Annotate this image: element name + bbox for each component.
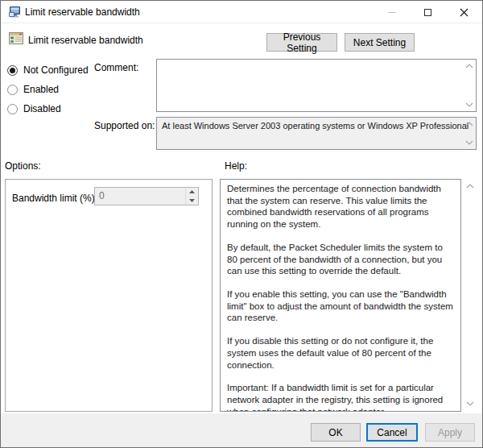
help-scroll-up-icon[interactable] xyxy=(465,183,475,189)
scroll-up-icon[interactable] xyxy=(464,121,474,127)
radio-icon xyxy=(7,104,18,114)
setting-name: Limit reservable bandwidth xyxy=(28,35,143,46)
title-bar[interactable]: Limit reservable bandwidth xyxy=(1,1,482,23)
help-paragraph: If you disable this setting or do not co… xyxy=(227,335,454,371)
next-setting-button[interactable]: Next Setting xyxy=(345,33,415,52)
radio-icon xyxy=(7,85,18,95)
radio-disabled[interactable]: Disabled xyxy=(7,102,61,115)
close-icon xyxy=(460,8,469,17)
bandwidth-limit-value[interactable]: 0 xyxy=(95,188,185,205)
app-icon xyxy=(8,6,21,19)
spinner-down-button[interactable] xyxy=(186,197,198,205)
policy-setting-icon xyxy=(9,32,23,44)
comment-label: Comment: xyxy=(94,62,138,73)
minimize-icon xyxy=(388,12,396,13)
spinner-up-button[interactable] xyxy=(186,188,198,197)
footer-bar: OK Cancel Apply xyxy=(1,413,482,448)
window-title: Limit reservable bandwidth xyxy=(25,1,140,23)
help-section-label: Help: xyxy=(225,160,247,172)
radio-label: Disabled xyxy=(23,103,61,114)
radio-enabled[interactable]: Enabled xyxy=(7,83,59,96)
help-paragraph: Important: If a bandwidth limit is set f… xyxy=(227,382,454,412)
help-paragraph: If you enable this setting, you can use … xyxy=(227,288,454,324)
help-scroll-down-icon[interactable] xyxy=(465,400,475,407)
help-paragraph: By default, the Packet Scheduler limits … xyxy=(227,242,454,277)
options-panel: Bandwidth limit (%): 0 xyxy=(5,179,213,412)
radio-label: Enabled xyxy=(23,84,59,95)
radio-label: Not Configured xyxy=(23,64,89,76)
help-text-box[interactable]: Determines the percentage of connection … xyxy=(220,179,461,412)
supported-on-box: At least Windows Server 2003 operating s… xyxy=(156,117,477,150)
ok-button[interactable]: OK xyxy=(311,423,361,442)
scroll-up-icon[interactable] xyxy=(464,63,474,69)
previous-setting-button[interactable]: Previous Setting xyxy=(266,33,337,52)
minimize-button[interactable] xyxy=(374,1,410,23)
radio-icon xyxy=(7,65,18,76)
bandwidth-limit-spinner[interactable]: 0 xyxy=(94,187,199,205)
supported-on-label: Supported on: xyxy=(94,120,155,131)
options-section-label: Options: xyxy=(5,160,41,172)
scroll-down-icon[interactable] xyxy=(464,139,474,146)
up-arrow-icon xyxy=(189,190,195,193)
apply-button: Apply xyxy=(425,423,475,442)
maximize-icon xyxy=(424,9,431,16)
scroll-down-icon[interactable] xyxy=(464,102,474,108)
supported-on-value: At least Windows Server 2003 operating s… xyxy=(162,121,469,131)
comment-textarea[interactable] xyxy=(156,59,477,112)
close-button[interactable] xyxy=(446,1,482,23)
maximize-button[interactable] xyxy=(410,1,446,23)
group-policy-setting-dialog: Limit reservable bandwidth Limit reserva… xyxy=(0,0,483,448)
cancel-button[interactable]: Cancel xyxy=(366,423,418,442)
bandwidth-limit-label: Bandwidth limit (%): xyxy=(12,193,97,204)
radio-not-configured[interactable]: Not Configured xyxy=(7,64,89,77)
help-paragraph: Determines the percentage of connection … xyxy=(227,183,454,230)
down-arrow-icon xyxy=(189,199,195,202)
